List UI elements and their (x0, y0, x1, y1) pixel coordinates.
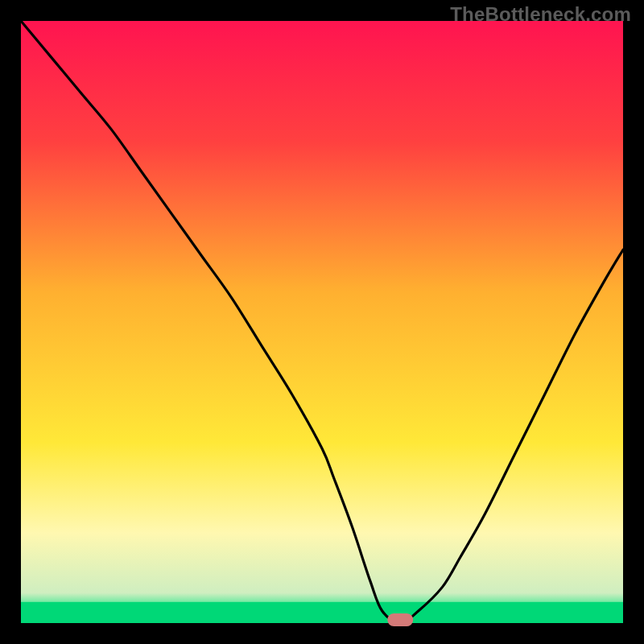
watermark-text: TheBottleneck.com (450, 3, 631, 26)
chart-frame: TheBottleneck.com (0, 0, 644, 644)
bottleneck-chart (0, 0, 644, 644)
optimum-marker (387, 613, 413, 626)
plot-background (21, 21, 623, 623)
green-baseline-band (21, 602, 623, 623)
